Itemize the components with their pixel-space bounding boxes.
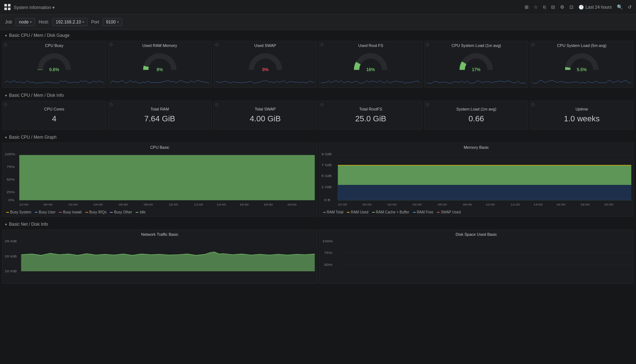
- svg-text:75%: 75%: [7, 165, 15, 168]
- search-icon[interactable]: 🔍: [617, 4, 623, 10]
- legend-busy-irqs: Busy IRQs: [85, 210, 107, 214]
- mem-graph-svg: 9 GiB 7 GiB 5 GiB 2 GiB 0 B 22:00 00:00 …: [321, 151, 632, 209]
- cpu-graph-title: CPU Basic: [5, 145, 315, 150]
- gauge-wrap: 8%: [110, 49, 209, 73]
- filter-bar: Job node ▾ Host: 192.168.2.10 ▾ Port 910…: [0, 14, 636, 30]
- netdisk-section-header[interactable]: ▾ Basic Net / Disk Info: [0, 219, 636, 230]
- legend-ram-used: RAM Used: [347, 210, 368, 214]
- info-card: ⓘ CPU Cores 4: [2, 101, 106, 130]
- svg-text:10:00: 10:00: [485, 203, 494, 206]
- svg-text:100%: 100%: [5, 153, 15, 156]
- gauge-card: ⓘ Used RAM Memory 8%: [108, 41, 212, 88]
- svg-text:16:00: 16:00: [556, 203, 565, 206]
- svg-text:20:00: 20:00: [287, 203, 296, 206]
- sparkline: [216, 74, 315, 84]
- info-card-value: 4: [52, 114, 56, 124]
- info-card: ⓘ Total RAM 7.64 GiB: [108, 101, 212, 130]
- gauge-wrap: 0.6%: [5, 49, 104, 73]
- gauge-svg-wrap: 0%: [216, 49, 315, 73]
- svg-text:02:00: 02:00: [69, 203, 78, 206]
- svg-text:29 KiB: 29 KiB: [5, 239, 17, 243]
- host-label: Host:: [39, 20, 49, 25]
- net-graph-title: Network Traffic Basic: [5, 232, 315, 237]
- info-chevron: ▾: [5, 94, 7, 98]
- svg-text:04:00: 04:00: [413, 203, 422, 206]
- title-arrow[interactable]: ▾: [52, 5, 55, 10]
- sparkline: [5, 74, 104, 84]
- gauge-title: Used SWAP: [216, 43, 315, 48]
- mem-legend: RAM Total RAM Used RAM Cache + Buffer RA…: [321, 210, 632, 214]
- netdisk-chevron: ▾: [5, 222, 7, 226]
- svg-text:7 GiB: 7 GiB: [321, 164, 332, 167]
- port-select[interactable]: 9100 ▾: [103, 18, 122, 26]
- info-card-title: Total RootFS: [359, 107, 383, 111]
- info-icon: ⓘ: [426, 103, 429, 107]
- graph-chevron: ▾: [5, 135, 7, 139]
- legend-ram-total: RAM Total: [323, 210, 343, 214]
- gauge-svg: 17%: [454, 49, 498, 73]
- svg-text:10:00: 10:00: [169, 203, 178, 206]
- info-card-title: CPU Cores: [44, 107, 64, 111]
- svg-text:20 KiB: 20 KiB: [5, 255, 17, 258]
- graph-section-header[interactable]: ▾ Basic CPU / Mem Graph: [0, 132, 636, 143]
- gauge-svg: 16%: [349, 49, 392, 73]
- refresh-icon[interactable]: ↺: [628, 4, 632, 10]
- gauge-card: ⓘ Used SWAP 0%: [213, 41, 317, 88]
- info-icon: ⓘ: [320, 103, 324, 107]
- gauge-svg-wrap: 0.6%: [5, 49, 104, 73]
- legend-ram-free: RAM Free: [413, 210, 434, 214]
- gauge-title: CPU Busy: [5, 43, 104, 48]
- chart-add-icon[interactable]: ⊞: [525, 4, 529, 10]
- legend-busy-system: Busy System: [6, 210, 31, 214]
- monitor-icon[interactable]: ⊡: [569, 4, 573, 10]
- svg-text:5.5%: 5.5%: [577, 67, 587, 72]
- gauge-chevron: ▾: [5, 34, 7, 38]
- svg-text:06:00: 06:00: [437, 203, 447, 206]
- job-select[interactable]: node ▾: [16, 18, 35, 26]
- svg-text:06:00: 06:00: [119, 203, 128, 206]
- gear-icon[interactable]: ⚙: [560, 4, 564, 10]
- legend-idle: Idle: [136, 210, 145, 214]
- svg-text:08:00: 08:00: [462, 203, 471, 206]
- info-icon: ⓘ: [426, 43, 429, 47]
- gauge-title: CPU System Load (1m avg): [427, 43, 526, 48]
- host-select[interactable]: 192.168.2.10 ▾: [52, 18, 87, 26]
- svg-text:12:00: 12:00: [194, 203, 203, 206]
- top-nav: System Information ▾ ⊞ ☆ ⎗ ⊟ ⚙ ⊡ 🕐 Last …: [0, 0, 636, 14]
- svg-text:16%: 16%: [366, 67, 375, 72]
- job-label: Job: [5, 20, 12, 25]
- svg-text:18:00: 18:00: [264, 203, 273, 206]
- svg-text:75%: 75%: [324, 251, 332, 255]
- svg-text:20:00: 20:00: [604, 203, 613, 206]
- info-card-value: 1.0 weeks: [564, 114, 600, 124]
- gauge-svg-wrap: 5.5%: [532, 49, 631, 73]
- library-icon[interactable]: ⊟: [551, 4, 555, 10]
- info-card: ⓘ Total SWAP 4.00 GiB: [213, 101, 317, 130]
- svg-text:0.6%: 0.6%: [49, 67, 59, 72]
- gauge-card: ⓘ CPU System Load (5m avg) 5.5%: [530, 41, 634, 88]
- info-card-value: 0.66: [469, 114, 484, 124]
- net-graph-svg: 29 KiB 20 KiB 10 KiB: [5, 238, 315, 281]
- nav-left: System Information ▾: [4, 4, 55, 10]
- star-icon[interactable]: ☆: [534, 4, 538, 10]
- info-card: ⓘ Uptime 1.0 weeks: [530, 101, 634, 130]
- gauge-section-header[interactable]: ▾ Basic CPU / Mem / Disk Gauge: [0, 30, 636, 41]
- info-icon: ⓘ: [4, 43, 7, 47]
- svg-text:100%: 100%: [322, 239, 333, 243]
- gauge-title: Used RAM Memory: [110, 43, 209, 48]
- info-card-value: 4.00 GiB: [250, 114, 281, 124]
- gauge-card: ⓘ Used Root FS 16%: [319, 41, 423, 88]
- info-section-header[interactable]: ▾ Basic CPU / Mem / Disk Info: [0, 90, 636, 101]
- cpu-legend: Busy System Busy User Busy Iowait Busy I…: [5, 210, 315, 214]
- mem-graph-area: 9 GiB 7 GiB 5 GiB 2 GiB 0 B 22:00 00:00 …: [321, 151, 632, 209]
- info-icon: ⓘ: [110, 43, 113, 47]
- legend-ram-cache: RAM Cache + Buffer: [372, 210, 409, 214]
- share-icon[interactable]: ⎗: [543, 4, 546, 10]
- svg-text:0%: 0%: [262, 67, 269, 72]
- info-icon: ⓘ: [532, 43, 535, 47]
- svg-text:04:00: 04:00: [94, 203, 103, 206]
- gauge-svg-wrap: 17%: [427, 49, 526, 73]
- time-range[interactable]: 🕐 Last 24 hours: [579, 5, 612, 10]
- clock-icon: 🕐: [579, 5, 584, 10]
- svg-text:0%: 0%: [8, 199, 14, 202]
